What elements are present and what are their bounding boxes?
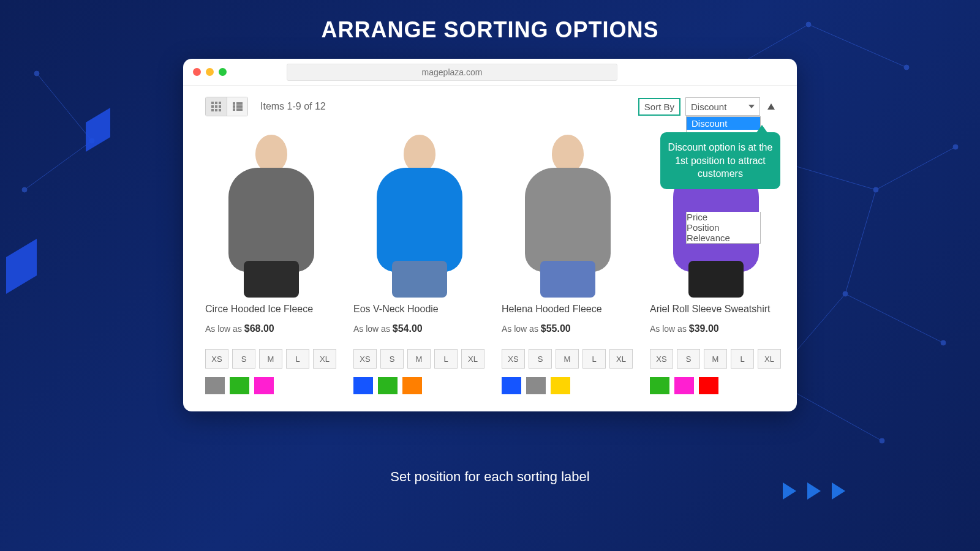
url-text: mageplaza.com — [422, 67, 483, 77]
color-option[interactable] — [353, 377, 373, 394]
size-option[interactable]: S — [677, 349, 700, 369]
color-option[interactable] — [650, 377, 669, 394]
window-minimize-icon[interactable] — [206, 68, 214, 76]
sort-option[interactable]: Discount — [687, 117, 760, 130]
page-subtitle: Set position for each sorting label — [0, 469, 980, 485]
product-name[interactable]: Ariel Roll Sleeve Sweatshirt — [650, 304, 782, 315]
size-option[interactable]: L — [434, 349, 458, 369]
product-name[interactable]: Eos V-Neck Hoodie — [353, 304, 486, 315]
callout-tooltip: Discount option is at the 1st position t… — [660, 132, 780, 189]
grid-view-button[interactable] — [206, 97, 227, 116]
product-image[interactable] — [502, 126, 634, 298]
color-option[interactable] — [205, 377, 225, 394]
product-image[interactable] — [353, 126, 486, 298]
view-switch — [205, 97, 248, 116]
sort-direction-icon[interactable] — [767, 103, 775, 110]
svg-point-18 — [941, 340, 946, 345]
svg-line-5 — [845, 190, 876, 294]
sort-select[interactable]: Discount Discount Bestseller Most Viewed… — [685, 97, 760, 116]
size-option[interactable]: S — [380, 349, 404, 369]
browser-titlebar: mageplaza.com — [183, 59, 797, 86]
color-option[interactable] — [378, 377, 398, 394]
sort-by-label: Sort By — [638, 98, 680, 116]
sort-option[interactable]: Position — [687, 222, 760, 233]
size-option[interactable]: XL — [461, 349, 484, 369]
size-swatches: XSSMLXL — [205, 349, 337, 369]
svg-point-23 — [34, 71, 39, 76]
svg-line-9 — [24, 141, 92, 190]
svg-line-4 — [876, 147, 956, 190]
product-name[interactable]: Helena Hooded Fleece — [502, 304, 634, 315]
size-option[interactable]: XS — [502, 349, 525, 369]
svg-point-15 — [873, 187, 878, 192]
color-option[interactable] — [230, 377, 249, 394]
product-price: As low as $54.00 — [353, 323, 486, 334]
product-card[interactable]: Eos V-Neck HoodieAs low as $54.00XSSMLXL — [353, 126, 486, 394]
deco-triangle — [807, 482, 821, 500]
color-option[interactable] — [526, 377, 546, 394]
chevron-down-icon — [748, 105, 755, 108]
product-price: As low as $39.00 — [650, 323, 782, 334]
sort-option[interactable]: Relevance — [687, 233, 760, 243]
size-swatches: XSSMLXL — [502, 349, 634, 369]
size-option[interactable]: M — [704, 349, 727, 369]
product-name[interactable]: Circe Hooded Ice Fleece — [205, 304, 337, 315]
color-swatches — [353, 377, 486, 394]
color-option[interactable] — [699, 377, 718, 394]
product-price: As low as $68.00 — [205, 323, 337, 334]
product-price: As low as $55.00 — [502, 323, 634, 334]
svg-point-16 — [953, 144, 958, 149]
color-option[interactable] — [402, 377, 422, 394]
svg-point-22 — [89, 138, 94, 143]
sort-option[interactable]: Price — [687, 212, 760, 222]
svg-marker-24 — [6, 239, 37, 294]
size-option[interactable]: M — [407, 349, 431, 369]
color-swatches — [502, 377, 634, 394]
color-swatches — [650, 377, 782, 394]
size-option[interactable]: S — [232, 349, 255, 369]
size-option[interactable]: L — [582, 349, 606, 369]
page-title: ARRANGE SORTING OPTIONS — [0, 0, 980, 43]
sort-dropdown-lower: Price Position Relevance — [686, 212, 761, 244]
color-option[interactable] — [254, 377, 274, 394]
size-option[interactable]: XL — [609, 349, 633, 369]
listing-toolbar: Items 1-9 of 12 Sort By Discount Discoun… — [183, 86, 797, 120]
size-swatches: XSSMLXL — [650, 349, 782, 369]
product-card[interactable]: Helena Hooded FleeceAs low as $55.00XSSM… — [502, 126, 634, 394]
size-option[interactable]: M — [556, 349, 579, 369]
size-option[interactable]: M — [259, 349, 282, 369]
color-option[interactable] — [502, 377, 521, 394]
browser-window: mageplaza.com Items 1-9 of 12 Sort By Di… — [183, 59, 797, 411]
sort-controls: Sort By Discount Discount Bestseller Mos… — [638, 97, 775, 116]
size-option[interactable]: S — [529, 349, 552, 369]
svg-line-10 — [37, 73, 92, 141]
svg-marker-25 — [86, 108, 110, 152]
size-option[interactable]: XL — [758, 349, 781, 369]
size-option[interactable]: XL — [313, 349, 336, 369]
size-option[interactable]: XS — [353, 349, 377, 369]
size-option[interactable]: XS — [205, 349, 228, 369]
deco-triangle — [783, 482, 796, 500]
window-close-icon[interactable] — [193, 68, 201, 76]
size-option[interactable]: L — [286, 349, 309, 369]
callout-text: Discount option is at the 1st position t… — [668, 142, 773, 179]
list-view-button[interactable] — [227, 97, 247, 116]
size-swatches: XSSMLXL — [353, 349, 486, 369]
url-bar[interactable]: mageplaza.com — [287, 64, 617, 81]
size-option[interactable]: L — [731, 349, 754, 369]
color-option[interactable] — [674, 377, 694, 394]
svg-point-21 — [22, 187, 27, 192]
product-image[interactable] — [205, 126, 337, 298]
svg-point-13 — [904, 65, 909, 70]
color-option[interactable] — [551, 377, 570, 394]
color-swatches — [205, 377, 337, 394]
deco-triangle — [832, 482, 845, 500]
sort-selected-label: Discount — [691, 102, 726, 112]
size-option[interactable]: XS — [650, 349, 673, 369]
svg-point-17 — [843, 291, 848, 296]
window-maximize-icon[interactable] — [219, 68, 227, 76]
grid-icon — [211, 102, 221, 111]
list-icon — [233, 102, 243, 111]
product-card[interactable]: Circe Hooded Ice FleeceAs low as $68.00X… — [205, 126, 337, 394]
items-count: Items 1-9 of 12 — [260, 101, 326, 112]
